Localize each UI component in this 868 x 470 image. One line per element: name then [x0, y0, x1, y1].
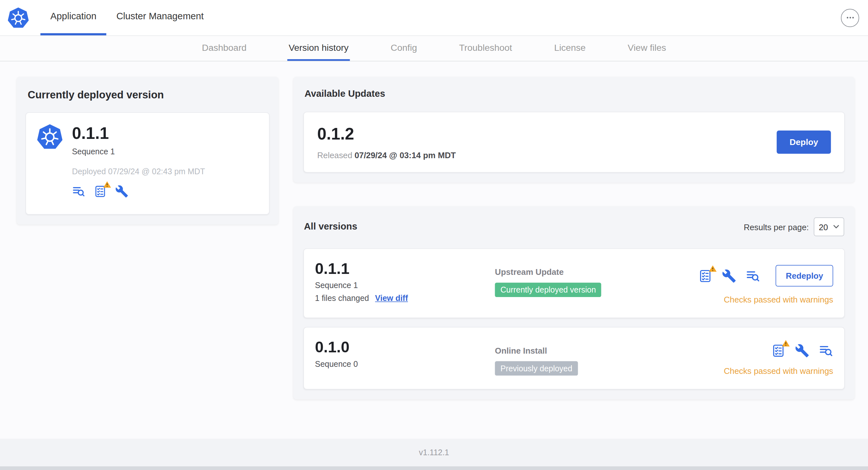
more-menu-button[interactable]: [841, 9, 859, 27]
tab-view-files-label: View files: [628, 42, 666, 53]
preflight-checks-button[interactable]: [771, 344, 786, 358]
tab-cluster-management-label: Cluster Management: [117, 11, 204, 22]
currently-deployed-title: Currently deployed version: [28, 89, 267, 101]
row-files-changed: 1 files changed: [315, 294, 369, 303]
footer: v1.112.1: [0, 439, 868, 466]
currently-deployed-card: 0.1.1 Sequence 1 Deployed 07/29/24 @ 02:…: [25, 112, 270, 214]
tab-application-label: Application: [51, 11, 96, 22]
row-sequence: Sequence 0: [315, 360, 495, 368]
results-per-page: Results per page: 20: [744, 217, 844, 236]
warning-triangle-icon: [103, 181, 111, 188]
update-released-at: Released07/29/24 @ 03:14 pm MDT: [317, 150, 456, 160]
tab-version-history-label: Version history: [288, 42, 348, 53]
kubernetes-logo: [5, 0, 31, 35]
top-bar: Application Cluster Management: [0, 0, 868, 35]
tab-config[interactable]: Config: [390, 36, 418, 61]
results-per-page-select[interactable]: 20: [814, 217, 844, 236]
version-row: 0.1.1 Sequence 1 1 files changed View di…: [303, 248, 845, 318]
version-row: 0.1.0 Sequence 0 Online Install Previous…: [303, 327, 845, 389]
row-source: Online Install: [495, 345, 723, 355]
tab-application[interactable]: Application: [40, 0, 106, 35]
bottom-edge: [0, 466, 868, 470]
checks-status-text: Checks passed with warnings: [724, 366, 833, 375]
released-date: 07/29/24 @ 03:14 pm MDT: [354, 150, 456, 160]
kubernetes-app-icon: [37, 124, 62, 149]
sub-nav: Dashboard Version history Config Trouble…: [0, 35, 868, 61]
preflight-checks-button[interactable]: [94, 185, 107, 198]
deploy-logs-icon[interactable]: [746, 268, 761, 283]
config-wrench-icon[interactable]: [722, 268, 737, 283]
current-version-actions: [72, 185, 258, 198]
available-updates-section: Available Updates 0.1.2 Released07/29/24…: [293, 77, 855, 182]
deployed-status-badge: Previously deployed: [495, 361, 578, 376]
tab-troubleshoot[interactable]: Troubleshoot: [458, 36, 514, 61]
preflight-checks-button[interactable]: [699, 268, 713, 283]
results-per-page-label: Results per page:: [744, 222, 809, 231]
redeploy-button[interactable]: Redeploy: [776, 265, 833, 287]
results-per-page-value: 20: [819, 222, 828, 231]
current-version-number: 0.1.1: [72, 124, 115, 142]
row-source: Upstream Update: [495, 267, 698, 276]
update-version-number: 0.1.2: [317, 125, 456, 143]
tab-cluster-management[interactable]: Cluster Management: [106, 0, 214, 35]
deploy-logs-icon[interactable]: [72, 185, 85, 198]
tab-dashboard[interactable]: Dashboard: [201, 36, 248, 61]
console-version: v1.112.1: [419, 448, 449, 457]
warning-triangle-icon: [709, 265, 717, 272]
tab-version-history[interactable]: Version history: [288, 36, 350, 61]
config-wrench-icon[interactable]: [795, 344, 809, 358]
currently-deployed-section: Currently deployed version 0.1.1 Sequenc…: [17, 77, 279, 224]
view-diff-link[interactable]: View diff: [375, 294, 408, 303]
tab-config-label: Config: [391, 42, 417, 53]
ellipsis-icon: [844, 12, 856, 23]
checks-status-text: Checks passed with warnings: [724, 295, 833, 304]
config-wrench-icon[interactable]: [115, 185, 128, 198]
deploy-button[interactable]: Deploy: [777, 131, 831, 154]
row-version-number: 0.1.1: [315, 260, 495, 278]
deployed-status-badge: Currently deployed version: [495, 282, 601, 297]
released-label: Released: [317, 150, 352, 160]
tab-license-label: License: [554, 42, 586, 53]
warning-triangle-icon: [782, 340, 790, 347]
tab-dashboard-label: Dashboard: [202, 42, 246, 53]
row-sequence: Sequence 1: [315, 281, 495, 290]
all-versions-section: All versions Results per page: 20 0.1.1: [293, 206, 855, 400]
tab-view-files[interactable]: View files: [627, 36, 667, 61]
all-versions-title: All versions: [304, 221, 358, 232]
chevron-down-icon: [833, 225, 839, 229]
deploy-logs-icon[interactable]: [819, 344, 833, 358]
app-window: Application Cluster Management Dashboard…: [0, 0, 868, 470]
available-updates-title: Available Updates: [304, 89, 844, 99]
current-version-deployed-at: Deployed 07/29/24 @ 02:43 pm MDT: [72, 167, 258, 176]
tab-license[interactable]: License: [553, 36, 587, 61]
right-column: Available Updates 0.1.2 Released07/29/24…: [293, 77, 855, 399]
available-update-card: 0.1.2 Released07/29/24 @ 03:14 pm MDT De…: [303, 112, 845, 173]
tab-troubleshoot-label: Troubleshoot: [459, 42, 512, 53]
row-version-number: 0.1.0: [315, 338, 495, 356]
current-version-sequence: Sequence 1: [72, 147, 115, 156]
main-content: Currently deployed version 0.1.1 Sequenc…: [0, 61, 868, 439]
